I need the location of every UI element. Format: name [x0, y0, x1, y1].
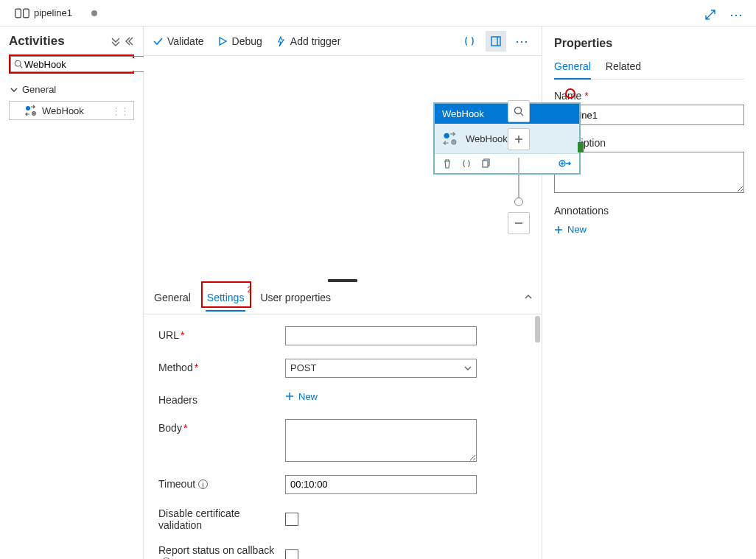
code-icon[interactable]: [461, 158, 472, 169]
node-name-label: WebHook1: [466, 133, 513, 144]
canvas-nav-controls: [508, 100, 530, 234]
headers-label: Headers: [158, 391, 285, 406]
sidebar-title: Activities: [9, 34, 65, 49]
activity-panel-tabs: General Settings 2 User properties: [144, 282, 542, 314]
webhook-icon: [442, 131, 458, 146]
scrollbar[interactable]: [535, 316, 540, 342]
svg-line-15: [521, 113, 524, 116]
activities-search-input[interactable]: [23, 58, 150, 71]
method-value: POST: [290, 362, 316, 373]
pipeline-canvas[interactable]: WebHook WebHook1: [144, 56, 542, 282]
webhook-icon: [24, 105, 38, 116]
pipeline-icon: [15, 7, 29, 19]
debug-button[interactable]: Debug: [217, 35, 262, 47]
node-type-label: WebHook: [435, 104, 579, 124]
sidebar-group-general[interactable]: General: [6, 81, 137, 98]
collapse-left-icon[interactable]: [124, 36, 134, 46]
add-header-button[interactable]: New: [285, 391, 318, 402]
tab-settings[interactable]: Settings 2: [206, 284, 246, 311]
expand-icon[interactable]: [700, 4, 721, 25]
activity-node-webhook1[interactable]: WebHook WebHook1: [434, 103, 580, 174]
debug-label: Debug: [232, 35, 262, 47]
search-icon: [14, 60, 23, 68]
method-select[interactable]: POST: [285, 359, 477, 378]
output-port[interactable]: [578, 142, 584, 152]
add-output-icon[interactable]: [559, 158, 572, 169]
body-input[interactable]: [285, 419, 477, 462]
chevron-down-icon: [464, 365, 472, 372]
report-status-checkbox[interactable]: [285, 549, 298, 560]
zoom-out-button[interactable]: [508, 212, 530, 234]
url-label: URL: [158, 329, 179, 341]
svg-point-4: [26, 106, 30, 110]
collapse-panel-button[interactable]: [524, 292, 533, 303]
svg-point-14: [515, 108, 522, 114]
svg-point-8: [444, 133, 449, 138]
delete-icon[interactable]: [442, 158, 452, 169]
dirty-indicator-icon: [91, 10, 97, 16]
svg-point-2: [15, 60, 21, 66]
canvas-more-icon[interactable]: ⋯: [512, 31, 533, 52]
sidebar-group-label: General: [22, 84, 56, 95]
svg-rect-0: [15, 9, 21, 18]
validate-button[interactable]: Validate: [153, 35, 204, 47]
json-view-icon[interactable]: [459, 31, 480, 52]
add-trigger-label: Add trigger: [290, 35, 340, 47]
canvas-toolbar: Validate Debug Add trigger: [144, 27, 542, 56]
settings-panel-body: URL* Method* POST Headers New: [144, 314, 542, 560]
top-tab-bar: pipeline1 ⋯: [0, 0, 756, 27]
node-body: WebHook1: [435, 124, 579, 153]
fit-zoom-button[interactable]: [508, 100, 530, 122]
svg-rect-10: [483, 161, 488, 167]
disable-cert-label: Disable certificate validation: [158, 507, 285, 531]
body-label: Body: [158, 422, 182, 434]
activities-sidebar: Activities General: [0, 27, 144, 559]
zoom-thumb[interactable]: [514, 197, 523, 206]
settings-badge: 2: [248, 286, 252, 294]
props-annotations-label: Annotations: [554, 205, 744, 217]
sidebar-item-label: WebHook: [42, 105, 84, 116]
timeout-input[interactable]: [285, 475, 477, 494]
chevron-down-icon: [10, 86, 18, 94]
tab-settings-label: Settings: [207, 292, 245, 303]
properties-panel-icon[interactable]: [486, 31, 506, 52]
method-label: Method: [158, 362, 193, 373]
props-tab-related[interactable]: Related: [606, 60, 641, 79]
tab-user-properties[interactable]: User properties: [259, 284, 332, 311]
validate-label: Validate: [167, 35, 204, 47]
props-tab-general[interactable]: General: [554, 60, 591, 80]
search-highlight: [9, 55, 134, 74]
pipeline-description-input[interactable]: [554, 152, 744, 193]
zoom-in-button[interactable]: [508, 128, 530, 150]
validation-marker-icon: [565, 88, 575, 99]
add-header-label: New: [298, 391, 318, 402]
tab-title: pipeline1: [34, 7, 72, 18]
collapse-down-icon[interactable]: [111, 36, 121, 46]
add-annotation-button[interactable]: New: [554, 224, 744, 235]
properties-title: Properties: [554, 37, 744, 50]
add-annotation-label: New: [567, 224, 587, 235]
drag-grip-icon: ⋮⋮: [111, 105, 129, 116]
timeout-label: Timeout: [158, 478, 195, 490]
copy-icon[interactable]: [480, 158, 491, 169]
sidebar-item-webhook[interactable]: WebHook ⋮⋮: [9, 101, 134, 120]
zoom-slider[interactable]: [518, 158, 519, 205]
svg-rect-1: [24, 9, 29, 18]
pipeline-tab[interactable]: pipeline1: [7, 0, 105, 26]
add-trigger-button[interactable]: Add trigger: [276, 35, 340, 47]
info-icon[interactable]: i: [198, 479, 208, 489]
svg-line-3: [20, 66, 22, 68]
pipeline-name-input[interactable]: [554, 105, 744, 125]
url-input[interactable]: [285, 326, 477, 345]
center-panel: Validate Debug Add trigger: [144, 27, 542, 559]
report-status-label: Report status on callback: [158, 544, 274, 556]
disable-cert-checkbox[interactable]: [285, 513, 298, 526]
more-icon[interactable]: ⋯: [727, 4, 747, 25]
tab-general[interactable]: General: [153, 284, 192, 311]
svg-rect-6: [491, 37, 500, 46]
